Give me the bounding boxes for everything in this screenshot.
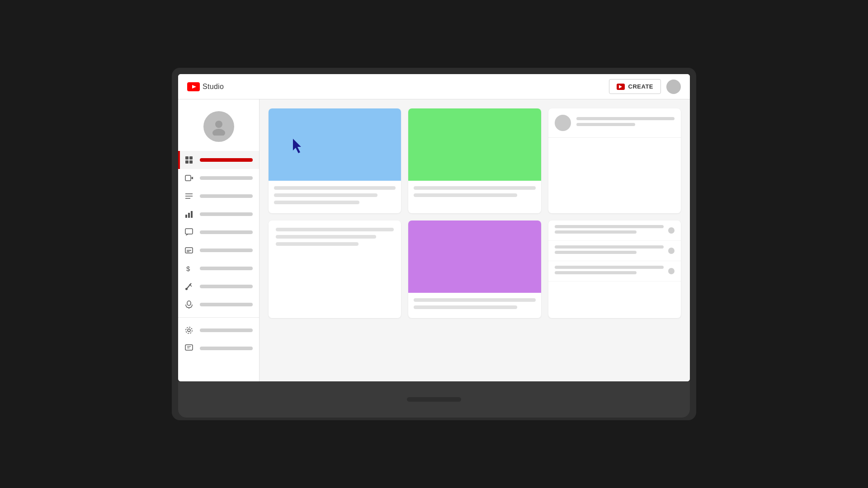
card-6[interactable] (548, 221, 681, 318)
card-6-row-3 (548, 261, 681, 282)
youtube-studio-logo: Studio (187, 82, 224, 91)
card-6-r2-l2 (555, 251, 637, 254)
card-6-r3-l2 (555, 271, 637, 274)
svg-point-2 (215, 121, 222, 128)
card-3-avatar (555, 115, 571, 131)
card-6-row-2 (548, 241, 681, 261)
card-2-thumbnail (408, 108, 541, 181)
settings-label (200, 328, 253, 332)
card-2-line-1 (414, 186, 535, 190)
playlists-label (200, 194, 253, 198)
sidebar-item-feedback[interactable] (178, 339, 259, 357)
card-1-thumbnail (269, 108, 401, 181)
card-5-line-2 (414, 305, 517, 309)
svg-rect-13 (185, 215, 187, 218)
card-3-mini-lines (576, 117, 675, 129)
svg-line-22 (187, 283, 191, 289)
youtube-icon (187, 82, 200, 91)
sidebar-avatar-section (178, 104, 259, 151)
sidebar-item-audio[interactable] (178, 296, 259, 314)
cursor-overlay (291, 138, 305, 156)
create-label: CREATE (628, 83, 653, 90)
card-2-body (408, 181, 541, 206)
card-1-line-3 (274, 201, 359, 204)
sidebar-item-dashboard[interactable] (178, 151, 259, 169)
svg-text:$: $ (186, 265, 190, 272)
comments-label (200, 230, 253, 234)
svg-rect-8 (185, 175, 191, 181)
card-5-thumbnail (408, 221, 541, 293)
sidebar-item-monetization[interactable]: $ (178, 259, 259, 277)
monetization-label (200, 267, 253, 270)
feedback-label (200, 347, 253, 350)
card-1-line-2 (274, 193, 377, 197)
studio-label: Studio (203, 83, 224, 91)
gear-icon (184, 326, 193, 335)
header-right: CREATE (609, 79, 681, 94)
comment-icon (184, 228, 193, 237)
sidebar-nav: $ (178, 151, 259, 357)
card-6-r3-l1 (555, 266, 664, 269)
profile-icon (210, 117, 228, 136)
card-4-line-2 (276, 235, 376, 239)
bar-chart-icon (184, 210, 193, 219)
svg-rect-16 (185, 229, 193, 234)
feedback-icon (184, 344, 193, 353)
card-6-row-2-dot (668, 248, 675, 254)
svg-rect-29 (185, 345, 193, 350)
card-5[interactable] (408, 221, 541, 318)
sidebar-item-subtitles[interactable] (178, 241, 259, 259)
card-6-row-1-lines (555, 225, 664, 236)
svg-point-23 (185, 288, 188, 290)
sidebar-item-settings[interactable] (178, 321, 259, 339)
sidebar-item-comments[interactable] (178, 223, 259, 241)
audio-label (200, 303, 253, 306)
card-6-r1-l1 (555, 225, 664, 228)
grid-icon (184, 155, 193, 164)
sidebar-item-content[interactable] (178, 169, 259, 187)
video-icon (184, 174, 193, 183)
svg-rect-14 (188, 213, 190, 218)
card-6-r2-l1 (555, 245, 664, 249)
user-avatar[interactable] (666, 80, 681, 94)
laptop-notch (407, 397, 461, 402)
card-5-body (408, 293, 541, 318)
subtitle-icon (184, 246, 193, 255)
card-1[interactable] (269, 108, 401, 213)
svg-rect-5 (189, 156, 193, 160)
card-2-line-2 (414, 193, 517, 197)
brush-icon (184, 282, 193, 291)
card-6-row-2-lines (555, 245, 664, 256)
card-6-r1-l2 (555, 230, 637, 234)
card-3[interactable] (548, 108, 681, 213)
laptop-frame: Studio CREATE (172, 68, 696, 420)
card-4-body (269, 221, 401, 257)
create-button[interactable]: CREATE (609, 79, 661, 94)
card-4[interactable] (269, 221, 401, 318)
dashboard-label (200, 158, 253, 162)
analytics-label (200, 212, 253, 216)
sidebar-item-customization[interactable] (178, 277, 259, 296)
main-layout: $ (178, 99, 690, 381)
svg-point-27 (188, 329, 190, 332)
card-1-line-1 (274, 186, 396, 190)
card-2[interactable] (408, 108, 541, 213)
sidebar-item-analytics[interactable] (178, 205, 259, 223)
header: Studio CREATE (178, 74, 690, 99)
content-area (259, 99, 690, 381)
svg-point-3 (212, 129, 225, 136)
card-1-body (269, 181, 401, 213)
card-3-line-1 (576, 117, 675, 120)
header-left: Studio (187, 82, 224, 91)
card-4-line-1 (276, 228, 394, 231)
card-6-row-3-dot (668, 268, 675, 274)
svg-rect-4 (185, 156, 189, 160)
svg-rect-15 (191, 211, 193, 218)
card-6-row-1 (548, 221, 681, 241)
audio-icon (184, 300, 193, 309)
content-label (200, 176, 253, 180)
sidebar-avatar[interactable] (203, 111, 234, 142)
svg-rect-7 (189, 160, 193, 164)
sidebar-item-playlists[interactable] (178, 187, 259, 205)
svg-rect-25 (187, 301, 191, 305)
